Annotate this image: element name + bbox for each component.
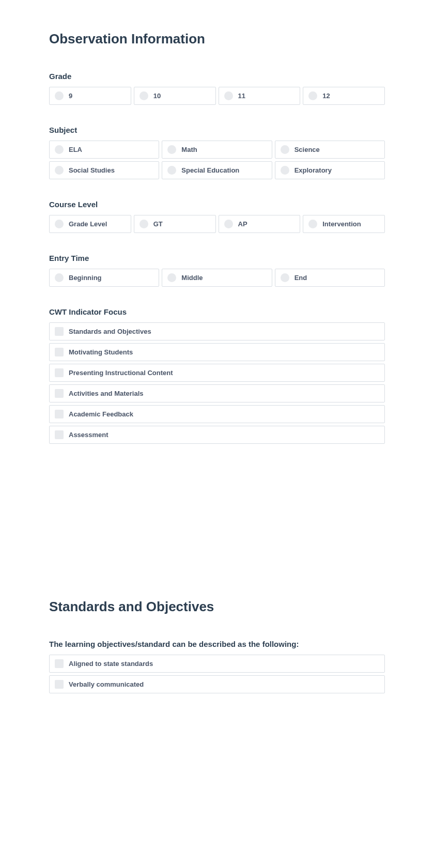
subject-option-exploratory[interactable]: Exploratory bbox=[275, 161, 385, 179]
option-label: Math bbox=[181, 146, 197, 153]
grade-label: Grade bbox=[49, 72, 385, 81]
checkbox-icon bbox=[55, 659, 64, 668]
option-label: Exploratory bbox=[295, 166, 332, 174]
option-label: Middle bbox=[181, 274, 203, 282]
option-label: Intervention bbox=[322, 220, 361, 228]
grade-option-10[interactable]: 10 bbox=[134, 87, 216, 105]
option-label: Academic Feedback bbox=[69, 410, 133, 418]
course-level-option-ap[interactable]: AP bbox=[219, 215, 301, 233]
option-label: GT bbox=[153, 220, 163, 228]
option-label: Activities and Materials bbox=[69, 390, 144, 397]
radio-icon bbox=[55, 273, 64, 282]
option-label: Presenting Instructional Content bbox=[69, 369, 173, 377]
option-label: 10 bbox=[153, 92, 161, 100]
radio-icon bbox=[55, 166, 64, 175]
grade-option-9[interactable]: 9 bbox=[49, 87, 131, 105]
checkbox-icon bbox=[55, 410, 64, 419]
objectives-section: The learning objectives/standard can be … bbox=[49, 640, 385, 693]
radio-icon bbox=[55, 220, 64, 228]
subject-section: Subject ELA Math Science Social Studies … bbox=[49, 126, 385, 179]
radio-icon bbox=[308, 91, 317, 100]
option-label: 11 bbox=[238, 92, 245, 100]
section-title-observation: Observation Information bbox=[49, 31, 385, 47]
subject-option-social-studies[interactable]: Social Studies bbox=[49, 161, 159, 179]
radio-icon bbox=[55, 145, 64, 154]
cwt-focus-label: CWT Indicator Focus bbox=[49, 307, 385, 316]
objectives-label: The learning objectives/standard can be … bbox=[49, 640, 385, 648]
cwt-option-academic-feedback[interactable]: Academic Feedback bbox=[49, 405, 385, 423]
subject-option-ela[interactable]: ELA bbox=[49, 141, 159, 159]
option-label: Assessment bbox=[69, 431, 109, 439]
course-level-option-intervention[interactable]: Intervention bbox=[303, 215, 385, 233]
option-label: 9 bbox=[69, 92, 72, 100]
cwt-focus-section: CWT Indicator Focus Standards and Object… bbox=[49, 307, 385, 444]
entry-time-option-beginning[interactable]: Beginning bbox=[49, 269, 159, 287]
grade-option-11[interactable]: 11 bbox=[219, 87, 301, 105]
option-label: Grade Level bbox=[69, 220, 107, 228]
checkbox-icon bbox=[55, 348, 64, 357]
option-label: AP bbox=[238, 220, 247, 228]
radio-icon bbox=[167, 145, 176, 154]
radio-icon bbox=[281, 145, 289, 154]
grade-option-12[interactable]: 12 bbox=[303, 87, 385, 105]
option-label: 12 bbox=[322, 92, 330, 100]
cwt-option-standards-objectives[interactable]: Standards and Objectives bbox=[49, 322, 385, 340]
objectives-option-aligned[interactable]: Aligned to state standards bbox=[49, 655, 385, 673]
option-label: Standards and Objectives bbox=[69, 328, 151, 335]
radio-icon bbox=[140, 220, 148, 228]
course-level-option-gt[interactable]: GT bbox=[134, 215, 216, 233]
course-level-option-grade-level[interactable]: Grade Level bbox=[49, 215, 131, 233]
grade-section: Grade 9 10 11 12 bbox=[49, 72, 385, 105]
option-label: Social Studies bbox=[69, 166, 115, 174]
section-title-standards-objectives: Standards and Objectives bbox=[49, 599, 385, 615]
radio-icon bbox=[167, 273, 176, 282]
objectives-option-verbally-communicated[interactable]: Verbally communicated bbox=[49, 675, 385, 693]
checkbox-icon bbox=[55, 389, 64, 398]
option-label: Aligned to state standards bbox=[69, 660, 153, 668]
subject-option-special-education[interactable]: Special Education bbox=[162, 161, 272, 179]
option-label: ELA bbox=[69, 146, 82, 153]
radio-icon bbox=[224, 220, 233, 228]
entry-time-option-middle[interactable]: Middle bbox=[162, 269, 272, 287]
radio-icon bbox=[281, 273, 289, 282]
checkbox-icon bbox=[55, 680, 64, 689]
radio-icon bbox=[140, 91, 148, 100]
subject-option-math[interactable]: Math bbox=[162, 141, 272, 159]
option-label: Motivating Students bbox=[69, 348, 133, 356]
checkbox-icon bbox=[55, 327, 64, 336]
radio-icon bbox=[224, 91, 233, 100]
course-level-label: Course Level bbox=[49, 200, 385, 209]
cwt-option-presenting-instructional-content[interactable]: Presenting Instructional Content bbox=[49, 364, 385, 382]
entry-time-option-end[interactable]: End bbox=[275, 269, 385, 287]
checkbox-icon bbox=[55, 368, 64, 377]
option-label: Beginning bbox=[69, 274, 102, 282]
radio-icon bbox=[308, 220, 317, 228]
cwt-option-activities-materials[interactable]: Activities and Materials bbox=[49, 384, 385, 402]
option-label: Special Education bbox=[181, 166, 239, 174]
entry-time-label: Entry Time bbox=[49, 254, 385, 262]
cwt-option-motivating-students[interactable]: Motivating Students bbox=[49, 343, 385, 361]
cwt-option-assessment[interactable]: Assessment bbox=[49, 426, 385, 444]
subject-option-science[interactable]: Science bbox=[275, 141, 385, 159]
option-label: Verbally communicated bbox=[69, 680, 144, 688]
radio-icon bbox=[281, 166, 289, 175]
subject-label: Subject bbox=[49, 126, 385, 134]
radio-icon bbox=[55, 91, 64, 100]
radio-icon bbox=[167, 166, 176, 175]
checkbox-icon bbox=[55, 430, 64, 439]
option-label: End bbox=[295, 274, 307, 282]
entry-time-section: Entry Time Beginning Middle End bbox=[49, 254, 385, 287]
option-label: Science bbox=[295, 146, 320, 153]
course-level-section: Course Level Grade Level GT AP Intervent… bbox=[49, 200, 385, 233]
